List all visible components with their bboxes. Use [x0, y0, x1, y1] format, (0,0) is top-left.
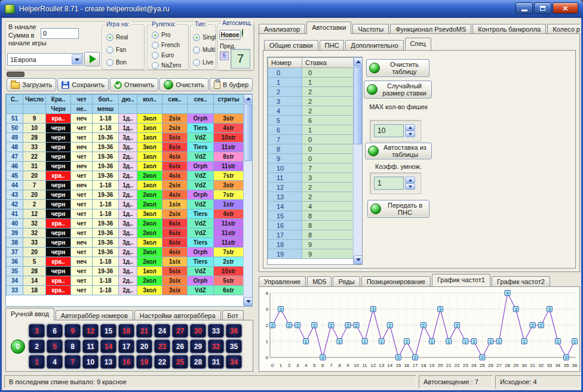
number-button-34[interactable]: 34	[226, 355, 242, 369]
start-sum-input[interactable]	[41, 28, 79, 39]
tab-график-частот2[interactable]: График частот2	[492, 276, 550, 286]
radio-pro[interactable]: Pro	[152, 31, 181, 39]
stepper-up-button[interactable]	[405, 124, 415, 131]
stepper-down-button[interactable]	[405, 183, 415, 190]
number-button-5[interactable]: 5	[47, 339, 63, 353]
minimize-button[interactable]	[516, 2, 533, 14]
history-row[interactable]: 519кра..неч1-181д..3кол2sixOrph3str	[7, 114, 244, 124]
random-bet-size-button[interactable]: Случайный размер ставки	[364, 81, 432, 98]
autobet-from-table-button[interactable]: Автоставка из таблицы	[365, 143, 432, 159]
multiplier-input[interactable]: 1	[374, 177, 404, 190]
number-button-22[interactable]: 22	[154, 355, 170, 369]
radio-nazero[interactable]: NaZero	[152, 61, 181, 69]
number-button-1[interactable]: 1	[29, 355, 45, 369]
bet-row[interactable]: 61	[268, 125, 354, 135]
history-row[interactable]: 4833черннеч19-363д..3кол6sixTiers11str	[7, 143, 244, 152]
bet-row[interactable]: 56	[268, 116, 354, 125]
bet-row[interactable]: 42	[268, 106, 354, 116]
bet-row[interactable]: 168	[268, 221, 354, 230]
number-button-32[interactable]: 32	[208, 339, 224, 353]
number-button-23[interactable]: 23	[154, 339, 170, 353]
scroll-thumb[interactable]	[244, 104, 253, 161]
clear-table-button[interactable]: Очистить таблицу	[366, 59, 429, 77]
number-button-13[interactable]: 13	[100, 355, 116, 369]
number-button-31[interactable]: 31	[208, 355, 224, 369]
bet-row[interactable]: 22	[268, 87, 354, 97]
history-scrollbar[interactable]	[243, 94, 253, 306]
bet-row[interactable]: 80	[268, 144, 354, 154]
preset-combobox[interactable]: 1Европа	[7, 53, 83, 66]
tab-контроль-банкролла[interactable]: Контроль банкролла	[472, 24, 546, 34]
number-button-19[interactable]: 19	[136, 355, 152, 369]
history-row[interactable]: 4320чернчет19-362д..2кол4sixOrph7str	[7, 190, 244, 200]
clipboard-button[interactable]: В буфер	[210, 78, 253, 91]
tab-общие-ставки[interactable]: Общие ставки	[264, 40, 318, 50]
number-button-28[interactable]: 28	[190, 355, 206, 369]
scroll-down-button[interactable]	[244, 297, 253, 306]
tab-бот[interactable]: Бот	[222, 310, 244, 320]
tab-управление[interactable]: Управление	[259, 276, 306, 286]
number-button-9[interactable]: 9	[65, 324, 81, 338]
number-button-16[interactable]: 16	[118, 355, 134, 369]
number-button-15[interactable]: 15	[100, 324, 116, 338]
close-button[interactable]: ×	[553, 2, 578, 14]
bet-row[interactable]: 189	[268, 240, 354, 249]
new-autoshift-button[interactable]: Новое	[219, 30, 241, 40]
bet-scrollbar[interactable]	[353, 57, 363, 264]
tab-пнс[interactable]: ПНС	[320, 40, 345, 50]
bet-row[interactable]: 90	[268, 154, 354, 163]
tab-дополнительно[interactable]: Дополнительно	[345, 40, 403, 50]
tab-ряды[interactable]: Ряды	[333, 276, 360, 286]
number-button-11[interactable]: 11	[82, 339, 99, 353]
number-button-25[interactable]: 25	[172, 355, 188, 369]
history-row[interactable]: 365кра..неч1-181д..2кол1sixTiers2str	[7, 257, 244, 267]
number-button-10[interactable]: 10	[82, 355, 99, 369]
radio-live[interactable]: Live	[193, 58, 216, 66]
history-row[interactable]: 5010чернчет1-181д..1кол2sixTiers4str	[7, 124, 244, 133]
tab-md5[interactable]: MD5	[307, 276, 332, 286]
history-row[interactable]: 4722чернчет19-362д..1кол4sixVdZ8str	[7, 152, 244, 162]
tab-функционал-psevdoms[interactable]: Функционал PsevdoMS	[390, 24, 471, 34]
stepper-up-button[interactable]	[405, 177, 415, 183]
scroll-up-button[interactable]	[354, 57, 363, 66]
number-button-18[interactable]: 18	[118, 324, 134, 338]
tab-спец[interactable]: Спец	[405, 38, 431, 50]
history-row[interactable]: 3414кра..чет1-182д..2кол3sixOrph5str	[7, 276, 244, 286]
combo-dropdown-button[interactable]	[72, 54, 82, 64]
number-button-0[interactable]: 0	[11, 339, 25, 354]
panel-grip[interactable]	[7, 72, 24, 77]
tab-колесо-ру[interactable]: Колесо ру	[547, 24, 580, 34]
history-row[interactable]: 3318кра..чет1-182д..3кол3sixVdZ6str	[7, 286, 244, 295]
bet-row[interactable]: 113	[268, 173, 354, 183]
tab-анализатор[interactable]: Анализатор	[259, 24, 305, 34]
bet-row[interactable]: 132	[268, 192, 354, 202]
history-row[interactable]: 447черннеч1-181д..1кол2sixVdZ3str	[7, 181, 244, 190]
max-chips-input[interactable]: 10	[374, 124, 404, 137]
clear-globe-button[interactable]: Очистить	[159, 78, 208, 91]
scroll-thumb[interactable]	[354, 67, 363, 144]
number-button-27[interactable]: 27	[172, 324, 188, 338]
history-row[interactable]: 3833черннеч19-363д..3кол6sixTiers11str	[7, 238, 244, 248]
bet-row[interactable]: 199	[268, 249, 354, 259]
number-button-8[interactable]: 8	[65, 339, 81, 353]
bet-row[interactable]: 144	[268, 202, 354, 211]
number-button-4[interactable]: 4	[47, 355, 63, 369]
bet-row[interactable]: 32	[268, 97, 354, 106]
tab-частоты[interactable]: Частоты	[352, 24, 389, 34]
tab-автоставки[interactable]: Автоставки	[306, 21, 351, 34]
tab-настройки-автограббера[interactable]: Настройки автограббера	[134, 310, 221, 320]
number-button-26[interactable]: 26	[172, 339, 188, 353]
history-row[interactable]: 3528чернчет19-363д..1кол5sixVdZ10str	[7, 267, 244, 276]
number-button-17[interactable]: 17	[118, 339, 134, 353]
bet-row[interactable]: 70	[268, 135, 354, 144]
history-row[interactable]: 422чернчет1-181д..2кол1sixVdZ1str	[7, 200, 244, 209]
number-button-29[interactable]: 29	[190, 339, 206, 353]
scroll-up-button[interactable]	[244, 94, 253, 103]
number-button-3[interactable]: 3	[29, 324, 45, 338]
bet-row[interactable]: 178	[268, 230, 354, 240]
history-row[interactable]: 4112чернчет1-181д..3кол2sixTiers4str	[7, 209, 244, 219]
history-row[interactable]: 3932чернчет19-363д..2кол6sixVdZ11str	[7, 229, 244, 238]
radio-singl[interactable]: Singl	[193, 33, 216, 41]
number-button-20[interactable]: 20	[136, 339, 152, 353]
bet-row[interactable]: 107	[268, 163, 354, 173]
